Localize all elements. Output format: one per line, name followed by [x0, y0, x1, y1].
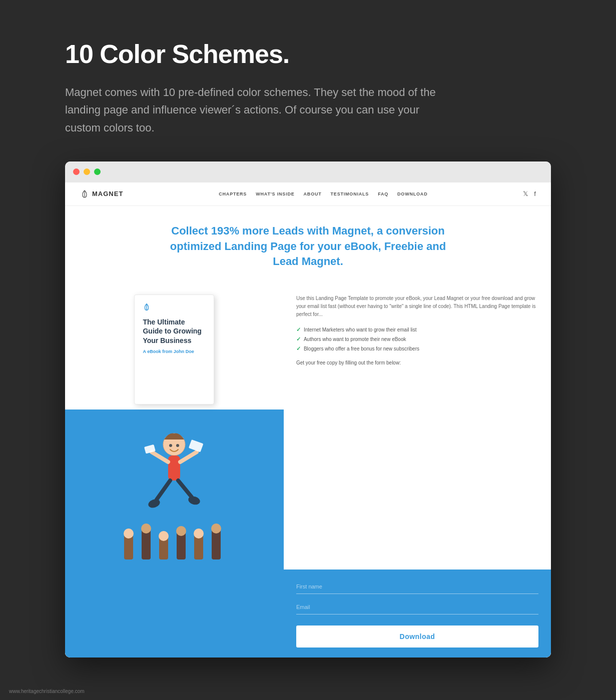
form-section: Use this Landing Page Template to promot…	[284, 284, 551, 570]
svg-rect-3	[168, 456, 180, 480]
check-item-2: ✓ Authors who want to promote their new …	[296, 336, 538, 342]
page-description: Magnet comes with 10 pre-defined color s…	[65, 84, 455, 136]
hero-section: Collect 193% more Leads with Magnet, a c…	[65, 206, 551, 270]
check-list: ✓ Internet Marketers who want to grow th…	[296, 326, 538, 352]
site-logo: MAGNET	[80, 190, 123, 198]
svg-point-25	[211, 524, 221, 534]
book-upper: The Ultimate Guide to Growing Your Busin…	[65, 284, 284, 410]
heading-section: 10 Color Schemes. Magnet comes with 10 p…	[65, 40, 551, 136]
book-logo-icon	[143, 303, 206, 312]
check-text-2: Authors who want to promote their new eB…	[304, 336, 406, 342]
svg-line-7	[178, 480, 192, 497]
nav-download[interactable]: DOWNLOAD	[397, 192, 427, 196]
nav-faq[interactable]: FAQ	[378, 192, 388, 196]
firstname-input[interactable]	[296, 580, 538, 594]
nav-about[interactable]: ABOUT	[304, 192, 322, 196]
page-wrapper: 10 Color Schemes. Magnet comes with 10 p…	[0, 0, 616, 700]
logo-icon	[80, 190, 89, 198]
book-lower	[65, 410, 284, 570]
stick-figure-illustration	[114, 414, 234, 564]
nav-whats-inside[interactable]: WHAT'S INSIDE	[256, 192, 294, 196]
browser-toolbar	[65, 162, 551, 182]
svg-rect-24	[212, 530, 221, 560]
email-input[interactable]	[296, 600, 538, 614]
browser-content: MAGNET CHAPTERS WHAT'S INSIDE ABOUT TEST…	[65, 182, 551, 658]
facebook-icon[interactable]: f	[534, 190, 536, 198]
svg-rect-10	[189, 440, 204, 452]
form-prompt: Get your free copy by filling out the fo…	[296, 360, 538, 366]
svg-line-6	[157, 480, 170, 500]
svg-line-4	[152, 452, 168, 462]
svg-point-15	[124, 528, 134, 538]
page-title: 10 Color Schemes.	[65, 40, 551, 68]
form-lower: Download	[284, 570, 551, 658]
email-field	[296, 600, 538, 614]
svg-point-23	[194, 528, 204, 538]
book-author: A eBook from John Doe	[143, 349, 206, 354]
nav-chapters[interactable]: CHAPTERS	[219, 192, 247, 196]
site-nav: MAGNET CHAPTERS WHAT'S INSIDE ABOUT TEST…	[65, 182, 551, 206]
footer-url: www.heritagechristiancollege.com	[9, 688, 85, 694]
twitter-icon[interactable]: 𝕏	[523, 190, 528, 198]
form-description: Use this Landing Page Template to promot…	[296, 294, 538, 318]
check-text-1: Internet Marketers who want to grow thei…	[304, 327, 417, 332]
svg-rect-20	[177, 532, 186, 560]
svg-point-17	[141, 524, 151, 534]
nav-testimonials[interactable]: TESTIMONIALS	[331, 192, 369, 196]
svg-point-21	[176, 526, 186, 536]
book-section: The Ultimate Guide to Growing Your Busin…	[65, 284, 284, 570]
svg-point-12	[169, 444, 172, 447]
browser-mockup: MAGNET CHAPTERS WHAT'S INSIDE ABOUT TEST…	[65, 162, 551, 658]
book-cover: The Ultimate Guide to Growing Your Busin…	[134, 294, 214, 404]
site-nav-links: CHAPTERS WHAT'S INSIDE ABOUT TESTIMONIAL…	[219, 192, 427, 196]
book-lower-extra	[65, 570, 284, 658]
form-lower-wrapper: Download	[65, 570, 551, 658]
svg-point-19	[159, 531, 169, 541]
book-author-prefix: A eBook from	[143, 349, 173, 354]
svg-line-5	[180, 452, 197, 462]
svg-point-13	[176, 444, 179, 447]
book-title: The Ultimate Guide to Growing Your Busin…	[143, 318, 206, 345]
logo-text: MAGNET	[92, 190, 123, 198]
check-item-1: ✓ Internet Marketers who want to grow th…	[296, 326, 538, 333]
download-button[interactable]: Download	[296, 626, 538, 648]
checkmark-icon-2: ✓	[296, 336, 301, 342]
site-nav-social: 𝕏 f	[523, 190, 536, 198]
check-item-3: ✓ Bloggers who offer a free bonus for ne…	[296, 346, 538, 352]
checkmark-icon-3: ✓	[296, 346, 301, 352]
firstname-field	[296, 580, 538, 594]
minimize-button-dot[interactable]	[84, 168, 90, 175]
check-text-3: Bloggers who offer a free bonus for new …	[304, 346, 419, 352]
checkmark-icon-1: ✓	[296, 326, 301, 333]
maximize-button-dot[interactable]	[94, 168, 101, 175]
book-author-name: John Doe	[174, 349, 194, 354]
svg-rect-16	[142, 530, 151, 560]
hero-title: Collect 193% more Leads with Magnet, a c…	[158, 224, 458, 270]
close-button-dot[interactable]	[73, 168, 80, 175]
content-split: The Ultimate Guide to Growing Your Busin…	[65, 284, 551, 570]
